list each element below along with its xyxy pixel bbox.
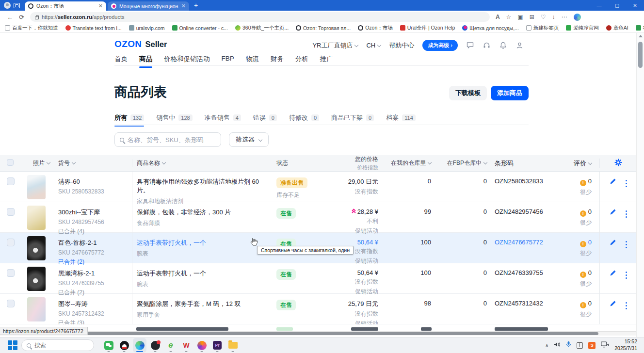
bookmark-item[interactable]: 爱纯净官网 <box>566 25 599 32</box>
taskbar-wechat-icon[interactable] <box>102 338 115 353</box>
scrollbar-thumb[interactable] <box>638 42 643 68</box>
translate-icon[interactable]: A <box>496 14 500 20</box>
bookmark-item[interactable]: uralsvip.com <box>129 25 165 31</box>
volume-icon[interactable] <box>554 341 561 350</box>
product-photo[interactable] <box>27 267 46 291</box>
bookmark-item[interactable]: 章鱼AI <box>606 25 628 32</box>
display-audio-icon[interactable] <box>601 341 609 350</box>
tray-expand-chevron-icon[interactable]: ∧ <box>545 343 548 348</box>
taskbar-firefox-icon[interactable] <box>195 338 209 353</box>
workspaces-icon[interactable] <box>14 3 20 8</box>
split-screen-icon[interactable]: ▣ <box>517 14 523 20</box>
minimize-button[interactable]: — <box>590 0 608 11</box>
profile-avatar[interactable] <box>574 14 581 21</box>
price-value-link[interactable]: 50,64 ¥ <box>340 239 378 246</box>
bookmark-item[interactable]: 在线转换器 - 免费... <box>636 25 644 32</box>
col-rating[interactable]: 评价 <box>568 159 599 168</box>
row-menu-kebab-icon[interactable] <box>626 302 627 304</box>
refresh-icon[interactable]: ⟳ <box>19 14 24 21</box>
search-input[interactable] <box>128 136 216 144</box>
user-icon[interactable] <box>515 41 524 49</box>
table-row[interactable]: 黑濑湾标-2-1SKU 2476339755已合并 (2) 运动手表带打火机，一… <box>0 263 636 294</box>
bookmark-item[interactable]: 百度一下，你就知道 <box>5 25 58 32</box>
taskbar-search-input[interactable] <box>34 342 89 349</box>
taskbar-clock[interactable]: 15:522025/7/31 <box>614 338 637 352</box>
taskbar-edge-icon[interactable] <box>133 338 146 353</box>
edit-pencil-icon[interactable] <box>610 239 617 248</box>
bell-icon[interactable] <box>499 41 507 49</box>
scroll-up-arrow-icon[interactable] <box>639 35 643 37</box>
product-photo[interactable] <box>27 236 46 260</box>
row-menu-kebab-icon[interactable] <box>626 272 627 273</box>
row-menu-kebab-icon[interactable] <box>626 210 627 212</box>
taskbar-explorer-icon[interactable] <box>226 338 240 353</box>
store-selector[interactable]: YR工厂直销店 <box>312 41 358 50</box>
favorites-star-icon[interactable]: ☆ <box>506 14 512 20</box>
product-name[interactable]: 具有消毒作用的强效多功能清洁地板片剂 60 片。 <box>137 177 273 195</box>
product-name[interactable]: 聚氨酯涂层，家务手套，M 码，12 双 <box>137 300 273 308</box>
row-checkbox[interactable] <box>7 239 15 246</box>
row-checkbox[interactable] <box>7 300 15 307</box>
microphone-icon[interactable] <box>566 341 571 350</box>
taskbar-wps-icon[interactable]: W <box>179 338 193 353</box>
row-checkbox[interactable] <box>7 177 15 185</box>
product-photo[interactable] <box>27 175 46 199</box>
ime-icon[interactable] <box>577 342 583 349</box>
col-fbp-warehouse[interactable]: 在FBP仓库中 <box>435 159 491 167</box>
col-article[interactable]: 货号 <box>50 159 132 167</box>
col-photo[interactable]: 照片 <box>19 159 50 167</box>
row-checkbox[interactable] <box>7 208 15 216</box>
product-name[interactable]: 运动手表带打火机，一个 <box>137 269 273 278</box>
product-article[interactable]: 百色-首标-2-1 <box>50 239 132 247</box>
table-row[interactable]: 图岑--寿涛SKU 2457312432已合并 (3) 聚氨酯涂层，家务手套，M… <box>0 294 636 324</box>
product-article[interactable]: 300zhi--宝下摩 <box>50 208 132 217</box>
bookmark-item[interactable]: Translate text from i... <box>65 25 122 31</box>
filter-button[interactable]: 筛选器 <box>229 132 269 147</box>
product-search[interactable] <box>114 132 221 147</box>
product-name[interactable]: 保鲜膜，包装，非常经济，300 片 <box>137 208 273 217</box>
table-row[interactable]: 300zhi--宝下摩SKU 2482957456已合并 (4) 保鲜膜，包装，… <box>0 202 636 233</box>
table-settings-gear-icon[interactable] <box>614 159 622 168</box>
bookmark-item[interactable]: 新建标签页 <box>526 25 559 32</box>
close-button[interactable]: ✕ <box>626 0 644 11</box>
browser-tab-active[interactable]: Ozon：市场 ✕ <box>25 1 106 11</box>
col-my-warehouse[interactable]: 在我的仓库里 <box>384 159 435 167</box>
row-menu-kebab-icon[interactable] <box>626 241 627 242</box>
url-bar[interactable]: https://seller.ozon.ru/app/products <box>30 12 490 22</box>
downloads-icon[interactable]: ↓ <box>552 14 555 20</box>
ozon-seller-logo[interactable]: OZON Seller <box>114 39 167 49</box>
help-center-link[interactable]: 帮助中心 <box>389 41 414 50</box>
bookmark-item[interactable]: 360导航_一个主页... <box>235 25 289 32</box>
tab-close-icon[interactable]: ✕ <box>98 3 103 9</box>
browser-profile-icon[interactable] <box>4 2 11 9</box>
table-row[interactable]: 清界-60SKU 2580532833 具有消毒作用的强效多功能清洁地板片剂 6… <box>0 172 636 202</box>
taskbar-premiere-icon[interactable]: Pr <box>210 338 224 353</box>
new-tab-button[interactable]: + <box>194 1 198 9</box>
taskbar-search[interactable] <box>21 339 94 351</box>
product-article[interactable]: 清界-60 <box>50 177 132 186</box>
row-checkbox[interactable] <box>7 269 15 277</box>
tab-close-icon[interactable]: ✕ <box>181 3 186 9</box>
row-menu-kebab-icon[interactable] <box>626 180 627 181</box>
rating-value[interactable]: 0 <box>588 239 592 246</box>
headset-icon[interactable] <box>483 41 491 49</box>
taskbar-qq-icon[interactable] <box>117 338 131 353</box>
essentials-icon[interactable]: ♡ <box>541 14 546 20</box>
back-icon[interactable]: ← <box>7 14 13 21</box>
col-name[interactable]: 商品名称 <box>132 159 273 167</box>
barcode-link[interactable]: OZN2476675772 <box>491 233 568 266</box>
taskbar-ie-icon[interactable]: e <box>164 338 177 353</box>
chat-icon[interactable] <box>466 41 474 49</box>
product-photo[interactable] <box>27 206 46 230</box>
start-button[interactable] <box>8 340 17 350</box>
settings-menu-icon[interactable]: ⋯ <box>562 14 567 20</box>
product-article[interactable]: 图岑--寿涛 <box>50 300 132 308</box>
browser-tab-inactive[interactable]: Мощные многофункциональнь ✕ <box>108 1 189 11</box>
sogou-icon[interactable]: S <box>588 342 596 349</box>
bookmark-item[interactable]: Ozon：市场 <box>358 25 393 32</box>
download-template-button[interactable]: 下载模板 <box>449 86 487 100</box>
bookmark-item[interactable]: Ozon: Торговая пл... <box>296 25 351 31</box>
premium-button[interactable]: 成为高级 › <box>422 40 458 51</box>
collections-icon[interactable]: ⊞ <box>530 14 534 20</box>
bookmark-item[interactable]: Ural全库 | Ozon Help <box>400 25 455 32</box>
